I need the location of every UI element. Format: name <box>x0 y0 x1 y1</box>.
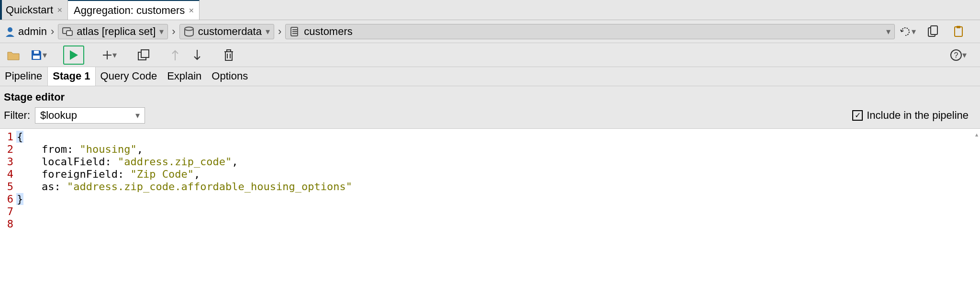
help-icon: ? <box>950 49 962 61</box>
svg-rect-9 <box>931 26 937 34</box>
svg-rect-18 <box>141 50 149 57</box>
sub-tab-pipeline[interactable]: Pipeline <box>0 67 47 86</box>
tab-label: Quickstart <box>6 4 53 16</box>
chevron-down-icon: ▾ <box>886 26 891 37</box>
database-selector[interactable]: customerdata ▾ <box>179 24 274 39</box>
chevron-down-icon: ▾ <box>266 26 270 37</box>
arrow-down-icon <box>193 49 201 61</box>
svg-marker-14 <box>70 50 78 60</box>
chevron-down-icon: ▾ <box>159 26 164 37</box>
document-tab-bar: Quickstart ✕ Aggregation: customers ✕ <box>0 0 980 20</box>
add-button[interactable]: ▾ <box>97 46 122 65</box>
chevron-down-icon: ▾ <box>112 50 117 60</box>
filter-select[interactable]: $lookup ▾ <box>35 107 145 124</box>
history-button[interactable]: ▾ <box>898 22 917 41</box>
play-icon <box>68 49 79 61</box>
chevron-down-icon: ▾ <box>962 50 967 60</box>
chevron-down-icon: ▾ <box>912 26 916 37</box>
database-icon <box>184 26 194 37</box>
sub-tab-explain[interactable]: Explain <box>162 67 207 86</box>
breadcrumb-tools: ▾ <box>898 22 975 41</box>
toolbar: ▾ ▾ ? ▾ <box>0 43 980 67</box>
svg-rect-13 <box>34 51 39 54</box>
copy-icon <box>927 25 939 38</box>
trash-icon <box>223 49 234 61</box>
tab-aggregation-customers[interactable]: Aggregation: customers ✕ <box>68 0 200 20</box>
database-label: customerdata <box>198 25 262 38</box>
chevron-down-icon: ▾ <box>135 110 140 121</box>
tab-quickstart[interactable]: Quickstart ✕ <box>0 0 68 20</box>
stage-editor-title: Stage editor <box>0 86 980 106</box>
duplicate-icon <box>137 49 150 61</box>
folder-icon <box>7 49 20 61</box>
chevron-right-icon: › <box>277 25 282 38</box>
chevron-right-icon: › <box>171 25 176 38</box>
clipboard-icon <box>953 25 965 38</box>
delete-button[interactable] <box>219 46 238 65</box>
collection-icon <box>290 26 300 37</box>
save-button[interactable]: ▾ <box>26 46 51 65</box>
scroll-up-icon[interactable]: ▴ <box>974 130 979 139</box>
close-icon[interactable]: ✕ <box>57 6 63 14</box>
help-button[interactable]: ? ▾ <box>946 46 970 65</box>
server-selector[interactable]: atlas [replica set] ▾ <box>58 24 168 39</box>
duplicate-button[interactable] <box>134 46 153 65</box>
save-icon <box>30 49 43 61</box>
code-content[interactable]: { from: "housing", localField: "address.… <box>16 129 352 296</box>
user-label: admin <box>18 25 47 38</box>
svg-rect-12 <box>33 56 40 59</box>
copy-button[interactable] <box>924 22 943 41</box>
open-button[interactable] <box>4 46 23 65</box>
close-icon[interactable]: ✕ <box>189 7 194 14</box>
filter-value: $lookup <box>40 109 77 122</box>
sub-tab-stage1[interactable]: Stage 1 <box>47 67 95 86</box>
line-number-gutter: 12345678 <box>0 129 16 296</box>
checkbox-icon[interactable]: ✓ <box>852 110 863 121</box>
sub-tab-options[interactable]: Options <box>207 67 253 86</box>
include-in-pipeline[interactable]: ✓ Include in the pipeline <box>852 109 976 122</box>
paste-button[interactable] <box>949 22 969 41</box>
svg-point-3 <box>185 27 193 30</box>
run-button[interactable] <box>63 46 84 65</box>
filter-label: Filter: <box>4 109 30 122</box>
sub-tab-query-code[interactable]: Query Code <box>96 67 163 86</box>
svg-rect-21 <box>225 52 232 60</box>
plus-icon <box>102 50 112 60</box>
filter-row: Filter: $lookup ▾ ✓ Include in the pipel… <box>0 106 980 129</box>
user-icon <box>5 26 15 37</box>
collection-selector[interactable]: customers ▾ <box>285 24 895 39</box>
code-editor[interactable]: 12345678 { from: "housing", localField: … <box>0 129 980 296</box>
sub-tab-bar: Pipeline Stage 1 Query Code Explain Opti… <box>0 67 980 86</box>
tab-label: Aggregation: customers <box>74 4 185 17</box>
svg-rect-11 <box>957 26 960 28</box>
server-icon <box>62 27 73 36</box>
breadcrumb: admin › atlas [replica set] ▾ › customer… <box>0 20 980 43</box>
svg-rect-2 <box>67 31 72 35</box>
breadcrumb-user: admin <box>5 25 47 38</box>
arrow-up-icon <box>171 49 179 61</box>
collection-label: customers <box>304 25 352 38</box>
include-label: Include in the pipeline <box>867 109 969 122</box>
server-label: atlas [replica set] <box>77 25 156 38</box>
chevron-down-icon: ▾ <box>43 50 47 60</box>
history-icon <box>899 25 912 38</box>
move-up-button[interactable] <box>166 46 185 65</box>
move-down-button[interactable] <box>188 46 207 65</box>
svg-rect-25 <box>227 50 231 52</box>
chevron-right-icon: › <box>50 25 55 38</box>
svg-text:?: ? <box>954 51 958 59</box>
svg-point-0 <box>8 27 12 32</box>
